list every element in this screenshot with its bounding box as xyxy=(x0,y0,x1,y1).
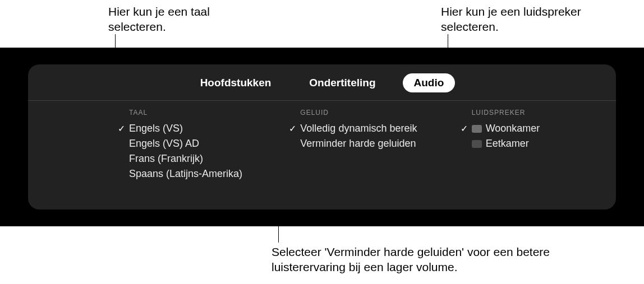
taal-option-spaans[interactable]: ✓ Spaans (Latijns-Amerika) xyxy=(118,166,273,181)
settings-columns: TAAL ✓ Engels (VS) ✓ Engels (VS) AD ✓ Fr… xyxy=(28,101,616,181)
geluid-header: GELUID xyxy=(289,109,444,117)
taal-header: TAAL xyxy=(118,109,273,117)
taal-option-label: Spaans (Latijns-Amerika) xyxy=(129,168,242,180)
column-taal: TAAL ✓ Engels (VS) ✓ Engels (VS) AD ✓ Fr… xyxy=(28,109,273,181)
taal-option-label: Engels (VS) AD xyxy=(129,138,199,150)
luidspreker-option-label: Woonkamer xyxy=(486,123,540,134)
geluid-option-verminder-harde[interactable]: ✓ Verminder harde geluiden xyxy=(289,136,444,151)
tab-hoofdstukken[interactable]: Hoofdstukken xyxy=(189,73,283,92)
tab-bar: Hoofdstukken Ondertiteling Audio xyxy=(28,64,616,101)
callout-reduce-loud-sounds: Selecteer 'Verminder harde geluiden' voo… xyxy=(272,244,563,275)
tab-audio[interactable]: Audio xyxy=(403,73,456,92)
tab-ondertiteling[interactable]: Ondertiteling xyxy=(298,73,387,92)
homepod-icon xyxy=(472,140,482,148)
geluid-option-volledig-dynamisch[interactable]: ✓ Volledig dynamisch bereik xyxy=(289,121,444,136)
geluid-option-label: Volledig dynamisch bereik xyxy=(300,123,417,134)
checkmark-icon: ✓ xyxy=(118,123,129,134)
taal-option-engels-vs-ad[interactable]: ✓ Engels (VS) AD xyxy=(118,136,273,151)
checkmark-icon: ✓ xyxy=(289,123,300,134)
taal-option-engels-vs[interactable]: ✓ Engels (VS) xyxy=(118,121,273,136)
audio-settings-panel: Hoofdstukken Ondertiteling Audio TAAL ✓ … xyxy=(28,64,616,209)
tv-screen-background: Hoofdstukken Ondertiteling Audio TAAL ✓ … xyxy=(0,48,644,226)
luidspreker-option-eetkamer[interactable]: ✓ Eetkamer xyxy=(461,136,616,151)
column-luidspreker: LUIDSPREKER ✓ Woonkamer ✓ Eetkamer xyxy=(445,109,616,181)
luidspreker-header: LUIDSPREKER xyxy=(461,109,616,117)
checkmark-icon: ✓ xyxy=(461,123,472,134)
taal-option-label: Engels (VS) xyxy=(129,123,183,134)
callout-language: Hier kun je een taal selecteren. xyxy=(108,4,254,35)
luidspreker-option-label: Eetkamer xyxy=(486,138,529,150)
luidspreker-option-woonkamer[interactable]: ✓ Woonkamer xyxy=(461,121,616,136)
taal-option-label: Frans (Frankrijk) xyxy=(129,153,203,165)
taal-option-frans[interactable]: ✓ Frans (Frankrijk) xyxy=(118,151,273,166)
appletv-icon xyxy=(472,125,482,133)
callout-speaker: Hier kun je een luidspreker selecteren. xyxy=(441,4,609,35)
geluid-option-label: Verminder harde geluiden xyxy=(300,138,416,150)
column-geluid: GELUID ✓ Volledig dynamisch bereik ✓ Ver… xyxy=(273,109,444,181)
